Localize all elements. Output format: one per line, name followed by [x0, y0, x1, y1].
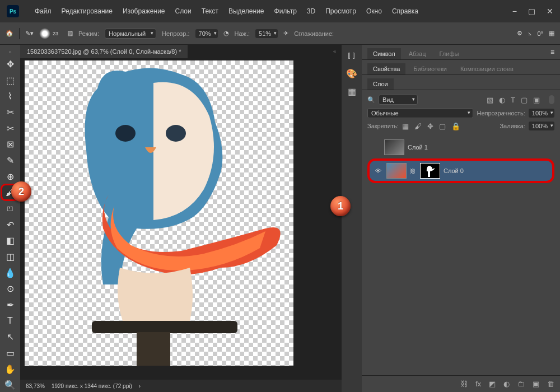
tab-paragraph[interactable]: Абзац	[403, 48, 432, 59]
lock-transparent-icon[interactable]: ▦	[402, 122, 409, 130]
menu-text[interactable]: Текст	[197, 5, 223, 17]
layer-thumbnail[interactable]	[384, 139, 404, 155]
layer-name[interactable]: Слой 1	[408, 144, 428, 151]
filter-kind-select[interactable]: Вид	[379, 95, 418, 105]
gradient-tool[interactable]: ◫	[2, 250, 18, 264]
quick-select-tool[interactable]: ✂	[2, 105, 18, 119]
rectangle-tool[interactable]: ▭	[2, 346, 18, 360]
blend-mode-select[interactable]: Нормальный	[105, 29, 156, 39]
blend-mode-layer-select[interactable]: Обычные	[367, 108, 473, 118]
document-tab[interactable]: 1582033637520.jpg @ 63,7% (Слой 0, Слой-…	[20, 45, 188, 58]
filter-adjust-icon[interactable]: ◐	[499, 96, 505, 104]
options-bar: 🏠 ✎▾ 23 ▨ Режим: Нормальный Непрозр.: 70…	[0, 22, 560, 45]
filter-type-icon[interactable]: T	[511, 96, 515, 104]
eraser-tool[interactable]: ◧	[2, 234, 18, 248]
fx-icon[interactable]: fx	[475, 380, 481, 388]
toolbar-expand-icon[interactable]: »	[8, 49, 11, 55]
type-tool[interactable]: T	[2, 314, 18, 328]
flow-input[interactable]: 51%	[255, 29, 278, 38]
menu-view[interactable]: Просмотр	[321, 5, 361, 17]
dodge-tool[interactable]: ⊙	[2, 282, 18, 296]
maximize-icon[interactable]: ▢	[528, 7, 535, 16]
minimize-icon[interactable]: −	[512, 7, 517, 16]
menu-select[interactable]: Выделение	[224, 5, 269, 17]
lock-pixels-icon[interactable]: 🖌	[414, 122, 422, 130]
filter-toggle[interactable]	[549, 95, 554, 104]
layer-row-selected[interactable]: 👁 ⛓ Слой 0	[370, 161, 552, 181]
tab-properties[interactable]: Свойства	[367, 63, 405, 74]
lock-artboard-icon[interactable]: ▢	[439, 122, 446, 130]
group-icon[interactable]: 🗀	[517, 380, 525, 388]
filter-smart-icon[interactable]: ▣	[533, 96, 540, 104]
pressure-opacity-icon[interactable]: ◔	[223, 30, 229, 37]
pen-tool[interactable]: ✒	[2, 298, 18, 312]
zoom-tool[interactable]: 🔍	[2, 378, 18, 392]
svg-point-1	[166, 125, 186, 142]
close-icon[interactable]: ✕	[547, 7, 553, 16]
layer-name[interactable]: Слой 0	[444, 167, 464, 174]
lasso-tool[interactable]: ⌇	[2, 89, 18, 103]
path-select-tool[interactable]: ↖	[2, 330, 18, 344]
home-icon[interactable]: 🏠	[6, 30, 13, 37]
stamp-tool[interactable]: ⏍	[2, 202, 18, 216]
doc-info[interactable]: 1920 пикс. x 1344 пикс. (72 ppi)	[52, 383, 132, 389]
menu-window[interactable]: Окно	[362, 5, 386, 17]
marquee-tool[interactable]: ⬚	[2, 73, 18, 87]
lock-position-icon[interactable]: ✥	[427, 122, 433, 130]
eyedropper-tool[interactable]: ✎	[2, 153, 18, 167]
histogram-icon[interactable]: ⫿⫿	[347, 50, 357, 60]
tab-libraries[interactable]: Библиотеки	[408, 63, 452, 74]
new-layer-icon[interactable]: ▣	[533, 380, 539, 388]
artwork-owl	[25, 60, 293, 366]
filter-pixel-icon[interactable]: ▧	[487, 96, 493, 104]
mask-link-icon[interactable]: ⛓	[410, 168, 417, 174]
adjustment-icon[interactable]: ◐	[503, 380, 510, 388]
swatches-icon[interactable]: ▦	[347, 86, 357, 96]
menu-3d[interactable]: 3D	[302, 5, 320, 17]
history-brush-tool[interactable]: ↶	[2, 218, 18, 232]
gear-icon[interactable]: ⚙	[517, 30, 522, 37]
layer-thumbnail[interactable]	[386, 163, 407, 179]
tab-layers[interactable]: Слои	[367, 78, 394, 90]
tab-layer-comps[interactable]: Композиции слоев	[455, 63, 519, 74]
brush-panel-icon[interactable]: ▨	[67, 30, 73, 37]
link-layers-icon[interactable]: ⛓	[460, 380, 468, 388]
hand-tool[interactable]: ✋	[2, 362, 18, 376]
menu-help[interactable]: Справка	[388, 5, 423, 17]
color-icon[interactable]: 🎨	[347, 68, 357, 78]
tab-symbol[interactable]: Символ	[367, 48, 401, 59]
layer-opacity-input[interactable]: 100%	[529, 109, 554, 118]
delete-icon[interactable]: 🗑	[547, 380, 554, 388]
healing-tool[interactable]: ⊕	[2, 170, 18, 184]
info-chevron-icon[interactable]: ›	[139, 383, 141, 389]
crop-tool[interactable]: ✂	[2, 122, 18, 136]
menu-filter[interactable]: Фильтр	[270, 5, 301, 17]
menu-edit[interactable]: Редактирование	[57, 5, 117, 17]
window-buttons: − ▢ ✕	[512, 7, 553, 16]
blur-tool[interactable]: 💧	[2, 266, 18, 280]
tool-preset-icon[interactable]: ✎▾	[25, 30, 34, 37]
fill-input[interactable]: 100%	[529, 122, 554, 130]
tab-glyphs[interactable]: Глифы	[434, 48, 465, 59]
move-tool[interactable]: ✥	[2, 57, 18, 71]
layer-row[interactable]: Слой 1	[367, 137, 554, 157]
brush-preview[interactable]: 23	[39, 28, 62, 39]
airbrush-icon[interactable]: ✈	[283, 30, 288, 37]
filter-shape-icon[interactable]: ▢	[521, 96, 528, 104]
angle-value[interactable]: 0°	[537, 30, 543, 37]
mask-icon[interactable]: ◩	[489, 380, 496, 388]
menu-layers[interactable]: Слои	[171, 5, 196, 17]
opacity-input[interactable]: 70%	[195, 29, 218, 38]
frame-tool[interactable]: ⊠	[2, 137, 18, 151]
canvas[interactable]	[25, 60, 293, 366]
visibility-toggle[interactable]: 👁	[373, 167, 383, 174]
symmetry-icon[interactable]: ▦	[549, 30, 554, 37]
panel-menu-icon[interactable]: ≡	[550, 48, 554, 59]
layer-mask-thumbnail[interactable]	[420, 163, 440, 179]
svg-point-0	[115, 125, 136, 142]
panel-expand-icon[interactable]: «	[333, 49, 336, 54]
menu-file[interactable]: Файл	[30, 5, 56, 17]
zoom-level[interactable]: 63,73%	[26, 383, 45, 389]
lock-all-icon[interactable]: 🔒	[451, 122, 460, 130]
menu-image[interactable]: Изображение	[118, 5, 170, 17]
